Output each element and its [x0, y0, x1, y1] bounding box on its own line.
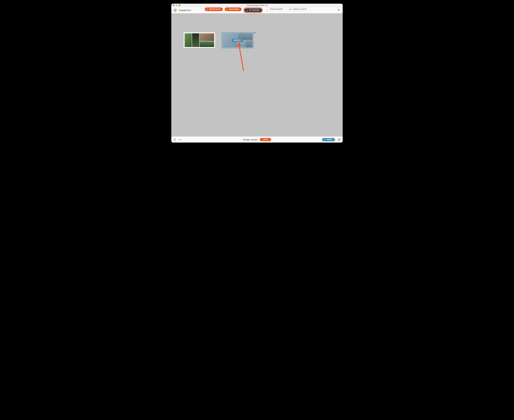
- import-icon: [246, 9, 248, 11]
- project-name: Engagement: [179, 9, 191, 11]
- window-minimize-button[interactable]: [176, 4, 177, 6]
- my-designs-button[interactable]: MY DESIGNS: [244, 8, 262, 12]
- signing-books-label: SIGNING BOOKS: [270, 8, 283, 10]
- download-button[interactable]: [338, 138, 341, 141]
- window-close-button[interactable]: [173, 4, 175, 6]
- annotation-highlight: MY DESIGNS: [243, 8, 263, 13]
- area-button[interactable]: ‹ AREA: [322, 138, 335, 141]
- refresh-button[interactable]: [173, 138, 176, 141]
- remove-design-button[interactable]: [254, 32, 256, 34]
- window-controls: [173, 4, 180, 7]
- open-library-button[interactable]: OPEN: [260, 138, 271, 141]
- chevron-right-icon: ›: [226, 8, 228, 10]
- close-panel-button[interactable]: [337, 8, 341, 13]
- design-library-title: Design Library: [243, 138, 258, 141]
- magazines-label: MAGAZINES: [229, 8, 239, 10]
- signing-books-button[interactable]: SIGNING BOOKS: [265, 8, 286, 11]
- window-zoom-button[interactable]: [179, 4, 180, 6]
- design-thumbnail[interactable]: [184, 32, 215, 48]
- window-title: Fundy Designer Suite v10: [171, 4, 343, 6]
- my-designs-label: MY DESIGNS: [249, 9, 260, 11]
- chevron-left-icon: ‹: [323, 139, 325, 141]
- brand-icon: [173, 8, 177, 12]
- album-layouts-label: ALBUM LAYOUTS: [292, 8, 307, 10]
- chevron-right-icon: ›: [206, 8, 208, 10]
- app-window: Fundy Designer Suite v10 Engagement › DE…: [171, 4, 343, 142]
- toolbar: Engagement › DESIGN SETS › MAGAZINES: [171, 7, 343, 13]
- area-label: AREA: [327, 139, 332, 140]
- design-thumbnail-selected[interactable]: SELECT: [222, 32, 253, 48]
- svg-line-1: [239, 45, 244, 71]
- album-icon: [289, 8, 291, 10]
- design-sets-label: DESIGN SETS: [209, 8, 220, 10]
- album-layouts-button[interactable]: ALBUM LAYOUTS: [287, 8, 309, 11]
- design-sets-button[interactable]: › DESIGN SETS: [205, 8, 223, 11]
- import-icon: [266, 8, 269, 10]
- bottom-bar: Design Library OPEN ‹ AREA: [171, 136, 343, 142]
- magazines-button[interactable]: › MAGAZINES: [225, 8, 242, 11]
- select-design-button[interactable]: SELECT: [231, 39, 243, 42]
- canvas: SELECT: [171, 13, 343, 136]
- titlebar: Fundy Designer Suite v10: [171, 4, 343, 7]
- resize-horizontal-button[interactable]: [178, 139, 181, 141]
